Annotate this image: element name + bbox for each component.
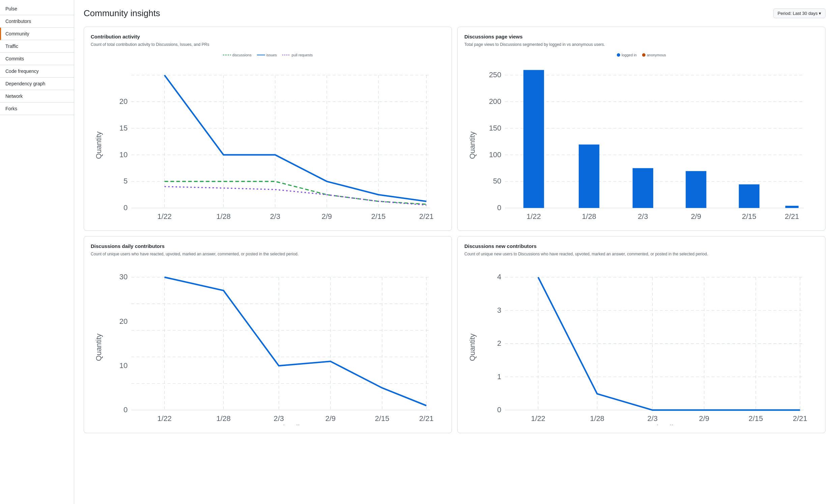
- svg-text:200: 200: [489, 97, 501, 106]
- svg-text:1/28: 1/28: [590, 415, 604, 423]
- contribution-chart-svg: 0 5 10 15 20 1/22 1/28 2/3: [91, 60, 445, 223]
- new-contributors-chart: 0 1 2 3 4 1/22 1/28 2/3 2/9 2/15 2/21: [464, 262, 818, 426]
- svg-text:2/21: 2/21: [419, 212, 434, 221]
- svg-text:1/22: 1/22: [526, 212, 541, 221]
- discussions-page-views-desc: Total page views to Discussions segmente…: [464, 41, 818, 47]
- svg-text:2/15: 2/15: [742, 212, 756, 221]
- bar-2-9: [686, 171, 706, 208]
- main-content: Community insights Period: Last 30 days …: [74, 0, 835, 504]
- svg-text:2/9: 2/9: [699, 415, 709, 423]
- page-views-legend: logged in anonymous: [464, 53, 818, 57]
- svg-text:10: 10: [119, 150, 127, 159]
- discussions-daily-contributors-title: Discussions daily contributors: [91, 243, 445, 249]
- svg-text:2/3: 2/3: [648, 415, 658, 423]
- legend-discussions: discussions: [223, 53, 251, 57]
- bar-2-15: [739, 184, 759, 208]
- legend-issues: issues: [257, 53, 277, 57]
- page-header: Community insights Period: Last 30 days …: [84, 8, 826, 19]
- svg-text:Quantity: Quantity: [468, 334, 476, 361]
- svg-text:2/15: 2/15: [375, 415, 389, 423]
- svg-text:Timeline: Timeline: [279, 423, 309, 425]
- discussions-daily-contributors-card: Discussions daily contributors Count of …: [84, 236, 452, 433]
- svg-text:2/15: 2/15: [371, 212, 386, 221]
- sidebar: Pulse Contributors Community Traffic Com…: [0, 0, 74, 504]
- svg-text:1/22: 1/22: [157, 415, 172, 423]
- svg-text:1: 1: [497, 372, 501, 381]
- svg-text:1/28: 1/28: [216, 415, 231, 423]
- sidebar-item-forks[interactable]: Forks: [0, 103, 74, 115]
- bar-1-28: [579, 144, 599, 208]
- legend-logged-in-label: logged in: [622, 53, 637, 57]
- discussions-new-contributors-desc: Count of unique new users to Discussions…: [464, 251, 818, 257]
- svg-text:250: 250: [489, 70, 501, 79]
- legend-anonymous-label: anonymous: [647, 53, 666, 57]
- daily-contributors-chart: 0 10 20 30 1/22 1/28 2/3 2/9 2/15 2/21 Q…: [91, 262, 445, 426]
- anonymous-dot: [642, 53, 646, 57]
- svg-text:2/21: 2/21: [793, 415, 807, 423]
- svg-text:5: 5: [123, 177, 127, 185]
- svg-text:0: 0: [123, 203, 127, 212]
- svg-text:0: 0: [123, 405, 127, 414]
- sidebar-item-community[interactable]: Community: [0, 28, 74, 40]
- svg-text:100: 100: [489, 150, 501, 159]
- page-title: Community insights: [84, 8, 160, 19]
- svg-text:20: 20: [119, 317, 127, 325]
- cards-grid: Contribution activity Count of total con…: [84, 27, 826, 433]
- sidebar-item-pulse[interactable]: Pulse: [0, 3, 74, 15]
- bar-2-21: [786, 206, 799, 208]
- svg-text:150: 150: [489, 124, 501, 132]
- svg-text:2/21: 2/21: [785, 212, 799, 221]
- svg-text:2/9: 2/9: [322, 212, 332, 221]
- bar-2-3: [633, 168, 653, 208]
- contribution-activity-title: Contribution activity: [91, 34, 445, 39]
- svg-text:Timeline: Timeline: [652, 423, 683, 425]
- svg-text:50: 50: [493, 177, 501, 185]
- svg-text:Quantity: Quantity: [468, 132, 476, 159]
- svg-text:30: 30: [119, 273, 127, 281]
- sidebar-item-contributors[interactable]: Contributors: [0, 15, 74, 28]
- legend-discussions-label: discussions: [232, 53, 251, 57]
- svg-text:2/21: 2/21: [419, 415, 434, 423]
- discussions-daily-contributors-desc: Count of unique users who have reacted, …: [91, 251, 445, 257]
- contribution-activity-desc: Count of total contribution activity to …: [91, 41, 445, 47]
- svg-text:0: 0: [497, 203, 501, 212]
- contribution-legend: discussions issues pull requests: [91, 53, 445, 57]
- svg-text:1/28: 1/28: [582, 212, 596, 221]
- svg-text:Timeline: Timeline: [279, 221, 309, 223]
- svg-text:1/22: 1/22: [157, 212, 172, 221]
- svg-text:20: 20: [119, 97, 127, 106]
- sidebar-item-traffic[interactable]: Traffic: [0, 40, 74, 53]
- svg-text:2/9: 2/9: [325, 415, 335, 423]
- svg-text:Quantity: Quantity: [95, 132, 103, 159]
- svg-text:2/3: 2/3: [274, 415, 284, 423]
- legend-logged-in: logged in: [617, 53, 637, 57]
- sidebar-item-dependency-graph[interactable]: Dependency graph: [0, 78, 74, 90]
- discussions-new-contributors-card: Discussions new contributors Count of un…: [457, 236, 826, 433]
- svg-text:2/3: 2/3: [270, 212, 280, 221]
- discussions-new-contributors-title: Discussions new contributors: [464, 243, 818, 249]
- discussions-page-views-card: Discussions page views Total page views …: [457, 27, 826, 231]
- pr-line-style: [282, 55, 290, 55]
- daily-contributors-svg: 0 10 20 30 1/22 1/28 2/3 2/9 2/15 2/21 Q…: [91, 262, 445, 425]
- bar-1-22: [523, 70, 544, 208]
- legend-anonymous: anonymous: [642, 53, 666, 57]
- discussions-page-views-chart: 0 50 100 150 200 250: [464, 60, 818, 224]
- sidebar-item-code-frequency[interactable]: Code frequency: [0, 65, 74, 78]
- svg-text:2/9: 2/9: [691, 212, 701, 221]
- contribution-activity-card: Contribution activity Count of total con…: [84, 27, 452, 231]
- svg-text:1/28: 1/28: [216, 212, 231, 221]
- issues-line-style: [257, 55, 265, 55]
- discussions-page-views-title: Discussions page views: [464, 34, 818, 39]
- sidebar-item-network[interactable]: Network: [0, 90, 74, 103]
- svg-text:1/22: 1/22: [531, 415, 545, 423]
- svg-text:Timeline: Timeline: [652, 221, 683, 223]
- svg-text:2/3: 2/3: [638, 212, 648, 221]
- svg-text:4: 4: [497, 273, 501, 281]
- svg-text:Quantity: Quantity: [95, 334, 103, 361]
- svg-text:2: 2: [497, 339, 501, 347]
- svg-text:10: 10: [119, 361, 127, 370]
- new-contributors-svg: 0 1 2 3 4 1/22 1/28 2/3 2/9 2/15 2/21: [464, 262, 818, 425]
- sidebar-item-commits[interactable]: Commits: [0, 53, 74, 65]
- legend-issues-label: issues: [266, 53, 277, 57]
- period-selector[interactable]: Period: Last 30 days ▾: [773, 8, 826, 18]
